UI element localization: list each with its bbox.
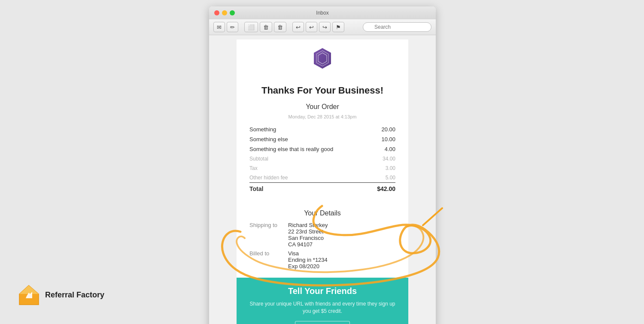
- toolbar: ✉ ✏ ⬜ 🗑 🗑 ↩ ↩ ↪ ⚑ 🔍: [209, 19, 436, 35]
- details-table: Shipping to Richard Starkey 22 23rd Stre…: [249, 221, 395, 271]
- maximize-button[interactable]: [230, 10, 235, 15]
- archive-button[interactable]: ⬜: [244, 22, 258, 32]
- fee-label: Other hidden fee: [249, 173, 369, 183]
- search-input[interactable]: [363, 22, 431, 32]
- referral-factory-name: Referral Factory: [45, 291, 104, 300]
- subtotal-label: Subtotal: [249, 154, 369, 164]
- billing-method: Visa: [288, 250, 299, 257]
- forward-button[interactable]: ↪: [319, 22, 331, 32]
- edit-button[interactable]: ✏: [227, 22, 238, 32]
- referral-url[interactable]: short.url/12345: [295, 321, 350, 324]
- receipt-section: Thanks For Your Business! Your Order Mon…: [237, 76, 408, 203]
- item-price-1: 20.00: [369, 124, 395, 134]
- item-price-2: 10.00: [369, 134, 395, 144]
- shipping-address3: CA 94107: [288, 241, 313, 248]
- receipt-title: Thanks For Your Business!: [249, 85, 395, 96]
- tax-label: Tax: [249, 164, 369, 173]
- details-section: Your Details Shipping to Richard Starkey…: [237, 203, 408, 278]
- referral-section: Tell Your Friends Share your unique URL …: [237, 278, 408, 324]
- details-section-heading: Your Details: [249, 209, 395, 217]
- shipping-row: Shipping to Richard Starkey 22 23rd Stre…: [249, 221, 395, 249]
- item-name-2: Something else: [249, 134, 369, 144]
- table-row: Something else that is really good 4.00: [249, 144, 395, 154]
- order-table: Something 20.00 Something else 10.00 Som…: [249, 124, 395, 194]
- window-title: Inbox: [316, 10, 328, 16]
- referral-factory-logo: [17, 283, 41, 307]
- shipping-value: Richard Starkey 22 23rd Street San Franc…: [284, 221, 395, 249]
- flag-button[interactable]: ⚑: [332, 22, 344, 32]
- reply-button[interactable]: ↩: [292, 22, 304, 32]
- billing-ending: Ending in *1234: [288, 257, 328, 263]
- subtotal-value: 34.00: [369, 154, 395, 164]
- billing-expiry: Exp 08/2020: [288, 263, 319, 269]
- shipping-address2: San Francisco: [288, 235, 324, 241]
- billing-label: Billed to: [249, 249, 284, 271]
- table-row: Something else 10.00: [249, 134, 395, 144]
- item-price-3: 4.00: [369, 144, 395, 154]
- junk-button[interactable]: 🗑: [274, 22, 286, 32]
- item-name-1: Something: [249, 124, 369, 134]
- search-wrapper: 🔍: [363, 22, 431, 32]
- item-name-3: Something else that is really good: [249, 144, 369, 154]
- referral-description: Share your unique URL with friends and e…: [249, 300, 395, 315]
- total-label: Total: [249, 183, 369, 194]
- compose-button[interactable]: ✉: [213, 22, 225, 32]
- referral-title: Tell Your Friends: [249, 286, 395, 296]
- minimize-button[interactable]: [222, 10, 227, 15]
- order-section-heading: Your Order: [249, 103, 395, 111]
- tax-row: Tax 3.00: [249, 164, 395, 173]
- table-row: Something 20.00: [249, 124, 395, 134]
- billing-value: Visa Ending in *1234 Exp 08/2020: [284, 249, 395, 271]
- referral-factory-badge: Referral Factory: [17, 283, 104, 307]
- fee-value: 5.00: [369, 173, 395, 183]
- shipping-label: Shipping to: [249, 221, 284, 249]
- shipping-name: Richard Starkey: [288, 222, 328, 228]
- reply-all-button[interactable]: ↩: [306, 22, 317, 32]
- total-row: Total $42.00: [249, 183, 395, 194]
- fee-row: Other hidden fee 5.00: [249, 173, 395, 183]
- email-content: Thanks For Your Business! Your Order Mon…: [237, 39, 408, 324]
- close-button[interactable]: [214, 10, 219, 15]
- brand-logo: [312, 47, 333, 70]
- subtotal-row: Subtotal 34.00: [249, 154, 395, 164]
- email-body: Thanks For Your Business! Your Order Mon…: [209, 35, 436, 324]
- shipping-address1: 22 23rd Street: [288, 228, 323, 235]
- mail-window: Inbox ✉ ✏ ⬜ 🗑 🗑 ↩ ↩ ↪ ⚑ 🔍: [209, 6, 436, 324]
- billing-row: Billed to Visa Ending in *1234 Exp 08/20…: [249, 249, 395, 271]
- order-date: Monday, Dec 28 2015 at 4:13pm: [249, 114, 395, 119]
- title-bar: Inbox: [209, 6, 436, 19]
- delete-button[interactable]: 🗑: [260, 22, 272, 32]
- tax-value: 3.00: [369, 164, 395, 173]
- email-logo-section: [237, 39, 408, 76]
- total-value: $42.00: [369, 183, 395, 194]
- svg-marker-4: [19, 285, 39, 294]
